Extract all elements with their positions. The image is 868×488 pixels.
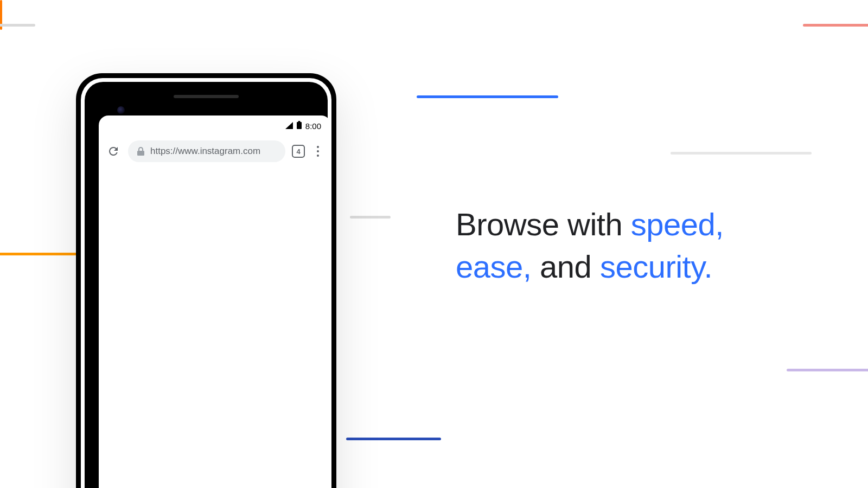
kebab-dot-icon: [317, 155, 319, 157]
address-bar[interactable]: https://www.instagram.com: [128, 140, 285, 162]
reload-button[interactable]: [105, 143, 122, 159]
phone-screen: 8:00 https://www.instagram.com: [99, 115, 331, 488]
kebab-dot-icon: [317, 150, 319, 152]
battery-icon: [297, 121, 302, 131]
headline-accent: security.: [600, 249, 712, 284]
decoration-line: [0, 253, 79, 255]
phone-camera: [117, 106, 125, 114]
tab-switcher-button[interactable]: 4: [292, 145, 305, 158]
svg-rect-0: [297, 122, 302, 129]
svg-rect-2: [137, 151, 144, 156]
headline: Browse with speed, ease, and security.: [456, 203, 792, 288]
tab-count: 4: [296, 147, 300, 156]
status-bar: 8:00: [285, 121, 321, 131]
lock-icon: [137, 147, 145, 156]
signal-icon: [285, 121, 293, 131]
decoration-line: [417, 95, 558, 98]
headline-text: Browse with: [456, 207, 631, 242]
status-time: 8:00: [305, 121, 321, 131]
decoration-line: [350, 216, 391, 219]
kebab-dot-icon: [317, 146, 319, 148]
decoration-line: [671, 152, 812, 155]
phone-speaker: [174, 95, 239, 98]
decoration-line: [346, 438, 441, 440]
phone-mockup: 8:00 https://www.instagram.com: [76, 73, 336, 488]
reload-icon: [107, 145, 120, 158]
decoration-line: [803, 24, 868, 27]
browser-toolbar: https://www.instagram.com 4: [99, 137, 331, 165]
overflow-menu-button[interactable]: [311, 143, 324, 159]
svg-rect-1: [298, 121, 300, 123]
decoration-line: [0, 24, 35, 27]
headline-text: and: [531, 249, 600, 284]
url-text: https://www.instagram.com: [150, 146, 260, 157]
decoration-line: [787, 369, 868, 371]
